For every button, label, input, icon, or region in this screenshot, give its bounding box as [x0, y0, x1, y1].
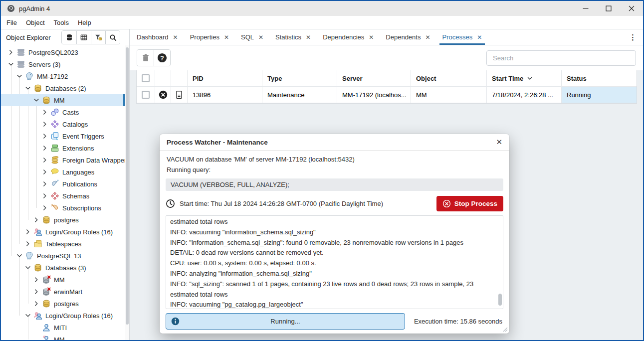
chevron-down-icon[interactable] [24, 264, 32, 272]
chevron-right-icon[interactable] [41, 144, 49, 152]
tree-item-label: PostgreSQL2023 [28, 49, 78, 56]
sidebar-item-mm-17192[interactable]: MM-17192 [1, 70, 125, 82]
tab-close-icon[interactable]: ✕ [477, 34, 482, 41]
sidebar-item-servers[interactable]: Servers (3) [1, 58, 125, 70]
table-header-status[interactable]: Status [562, 70, 637, 86]
table-header-object[interactable]: Object [411, 70, 487, 86]
tab-dependents[interactable]: Dependents✕ [380, 29, 436, 45]
sidebar-scrollbar[interactable] [125, 45, 129, 340]
chevron-right-icon[interactable] [41, 168, 49, 176]
sidebar-item-mm-db-disconnected[interactable]: MM [1, 274, 125, 286]
grid-view-button[interactable] [76, 31, 91, 44]
chevron-right-icon[interactable] [41, 204, 49, 212]
chevron-right-icon[interactable] [41, 192, 49, 200]
sidebar-item-postgresql2023[interactable]: PostgreSQL2023 [1, 46, 125, 58]
chevron-right-icon[interactable] [41, 132, 49, 140]
sidebar-item-catalogs[interactable]: Catalogs [1, 118, 125, 130]
chevron-right-icon[interactable] [41, 156, 49, 164]
chevron-right-icon[interactable] [41, 108, 49, 116]
sidebar-item-mm-database[interactable]: MM [1, 94, 125, 106]
sidebar-item-publications[interactable]: Publications [1, 178, 125, 190]
tab-properties[interactable]: Properties✕ [184, 29, 235, 45]
filter-button[interactable] [91, 31, 105, 44]
menu-file[interactable]: File [2, 19, 21, 26]
tab-statistics[interactable]: Statistics✕ [269, 29, 317, 45]
tab-dependencies[interactable]: Dependencies✕ [317, 29, 380, 45]
sidebar-item-databases-3[interactable]: Databases (3) [1, 262, 125, 274]
tab-processes[interactable]: Processes✕ [436, 29, 488, 45]
process-log-output[interactable]: estimated total rows INFO: vacuuming "in… [166, 215, 503, 309]
tab-sql[interactable]: SQL✕ [235, 29, 269, 45]
chevron-down-icon[interactable] [32, 96, 40, 104]
log-scrollbar-thumb[interactable] [498, 294, 502, 306]
sidebar-item-login-group-roles-1[interactable]: Login/Group Roles (16) [1, 226, 125, 238]
dialog-close-icon[interactable]: ✕ [496, 138, 502, 147]
chevron-right-icon[interactable] [24, 228, 32, 236]
sidebar-item-login-group-roles-2[interactable]: Login/Group Roles (16) [1, 310, 125, 322]
sidebar-item-postgresql-13[interactable]: PostgreSQL 13 [1, 250, 125, 262]
sidebar-item-tablespaces[interactable]: Tablespaces [1, 238, 125, 250]
tab-close-icon[interactable]: ✕ [369, 34, 374, 41]
menu-help[interactable]: Help [73, 19, 96, 26]
chevron-right-icon[interactable] [24, 240, 32, 248]
process-details-icon[interactable] [175, 90, 184, 99]
sidebar-item-casts[interactable]: Casts [1, 106, 125, 118]
execution-time-text: Execution time: 15.86 seconds [414, 318, 503, 325]
sidebar-item-databases-2[interactable]: Databases (2) [1, 82, 125, 94]
stop-process-button[interactable]: Stop Process [436, 196, 503, 211]
chevron-down-icon[interactable] [15, 72, 23, 80]
chevron-down-icon[interactable] [15, 252, 23, 260]
sidebar-item-foreign-data-wrapper[interactable]: Foreign Data Wrapper [1, 154, 125, 166]
minimize-button[interactable] [574, 1, 597, 16]
stop-process-icon[interactable] [159, 90, 168, 99]
chevron-down-icon[interactable] [7, 60, 15, 68]
chevron-down-icon[interactable] [24, 84, 32, 92]
tab-close-icon[interactable]: ✕ [224, 34, 229, 41]
table-header-start-time[interactable]: Start Time [487, 70, 562, 86]
tab-dashboard[interactable]: Dashboard✕ [131, 29, 184, 45]
delete-process-button[interactable] [137, 50, 154, 66]
chevron-right-icon[interactable] [41, 120, 49, 128]
chevron-right-icon[interactable] [41, 180, 49, 188]
dialog-header[interactable]: Process Watcher - Maintenance ✕ [160, 134, 509, 151]
help-button[interactable] [154, 50, 170, 66]
tree-item-label: Casts [62, 109, 79, 116]
chevron-right-icon[interactable] [32, 276, 40, 284]
table-header-pid[interactable]: PID [188, 70, 262, 86]
menu-tools[interactable]: Tools [49, 19, 73, 26]
chevron-right-icon[interactable] [32, 288, 40, 296]
sidebar-item-extensions[interactable]: Extensions [1, 142, 125, 154]
sidebar-item-postgres-db[interactable]: postgres [1, 214, 125, 226]
sidebar-item-event-triggers[interactable]: Event Triggers [1, 130, 125, 142]
server-quick-connect-button[interactable] [62, 31, 76, 44]
sidebar-item-mm-role[interactable]: MM [1, 334, 125, 340]
search-input[interactable] [486, 50, 636, 66]
sidebar-item-miti[interactable]: MITI [1, 322, 125, 334]
tab-close-icon[interactable]: ✕ [306, 34, 311, 41]
search-objects-button[interactable] [105, 31, 120, 44]
sidebar-item-subscriptions[interactable]: Subscriptions [1, 202, 125, 214]
chevron-right-icon[interactable] [32, 300, 40, 308]
tab-close-icon[interactable]: ✕ [173, 34, 178, 41]
tab-close-icon[interactable]: ✕ [425, 34, 430, 41]
chevron-right-icon[interactable] [7, 48, 15, 56]
tab-label: Processes [442, 33, 473, 41]
resize-handle[interactable] [502, 326, 508, 332]
select-all-checkbox[interactable] [142, 74, 150, 82]
close-button[interactable] [620, 1, 643, 16]
sidebar-item-languages[interactable]: Languages [1, 166, 125, 178]
table-header-type[interactable]: Type [262, 70, 337, 86]
chevron-down-icon[interactable] [24, 312, 32, 320]
row-checkbox[interactable] [142, 91, 150, 99]
maximize-button[interactable] [597, 1, 620, 16]
more-options-icon[interactable]: ⋮ [623, 33, 643, 42]
tab-close-icon[interactable]: ✕ [258, 34, 263, 41]
sidebar-item-postgres-db-2[interactable]: postgres [1, 298, 125, 310]
sidebar-item-erwinmart[interactable]: erwinMart [1, 286, 125, 298]
sidebar-item-schemas[interactable]: Schemas [1, 190, 125, 202]
chevron-right-icon[interactable] [32, 216, 40, 224]
menu-object[interactable]: Object [21, 19, 49, 26]
table-header-server[interactable]: Server [337, 70, 411, 86]
table-row[interactable]: 13896 Maintenance MM-17192 (localhos... … [137, 87, 637, 103]
sidebar-scrollbar-thumb[interactable] [126, 47, 129, 325]
